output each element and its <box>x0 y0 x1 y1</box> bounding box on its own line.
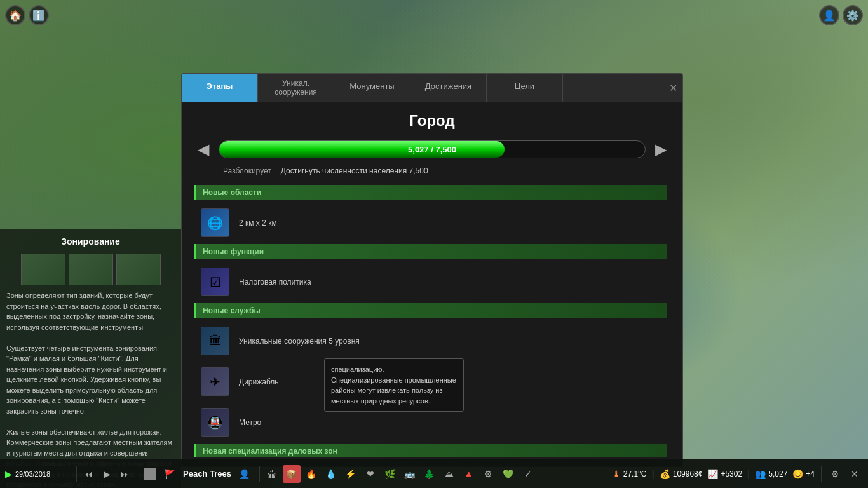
time-section: ▶ 29/03/2018 <box>0 469 76 479</box>
settings-icon[interactable]: ⚙️ <box>843 5 863 25</box>
population-value: 5,027 <box>768 470 787 478</box>
temperature-stat: 🌡 27.1°C <box>612 469 647 479</box>
progress-fill <box>219 141 505 158</box>
home-icon[interactable]: 🏠 <box>5 5 25 25</box>
eco-tool[interactable]: 💚 <box>499 465 517 483</box>
money-stat: 💰 109968¢ <box>660 469 703 479</box>
tooltip-text: специализацию. Специализированные промыш… <box>331 365 456 405</box>
transport-tool[interactable]: 🚌 <box>401 465 419 483</box>
rewind-button[interactable]: ⏮ <box>80 466 97 482</box>
globe-icon: 🌐 <box>201 208 229 237</box>
happiness-value: +4 <box>806 470 815 478</box>
money-value: 109968¢ <box>673 470 703 478</box>
mountain-tool[interactable]: ⛰ <box>440 465 458 483</box>
unlock-label: Разблокирует <box>223 166 271 175</box>
population-icon: 👥 <box>755 469 766 479</box>
section-header-new-services: Новые службы <box>194 303 667 318</box>
tax-policy-label: Налоговая политика <box>239 278 311 287</box>
stat-divider-2: | <box>747 468 750 480</box>
info-tool[interactable]: ⚙ <box>480 465 498 483</box>
happiness-icon: 😊 <box>792 469 803 479</box>
area-size-label: 2 км х 2 км <box>239 219 277 227</box>
list-item: 🏛 Уникальные сооружения 5 уровня <box>194 322 667 360</box>
zoning-text1: Зоны определяют тип зданий, которые буду… <box>6 290 175 332</box>
check-tool[interactable]: ✓ <box>519 465 537 483</box>
temperature-value: 27.1°C <box>623 470 647 478</box>
city-minimap-icon <box>144 468 156 480</box>
metro-icon: 🚇 <box>201 408 229 437</box>
modal-tabs: Этапы Уникал.сооружения Монументы Достиж… <box>182 74 682 102</box>
options-button[interactable]: ⚙ <box>827 466 843 482</box>
zoning-panel: Зонирование Зоны определяют тип зданий, … <box>0 229 181 488</box>
list-item: ☑ Налоговая политика <box>194 262 667 301</box>
tab-achievements[interactable]: Достижения <box>410 74 487 102</box>
exit-button[interactable]: ✕ <box>846 466 863 482</box>
close-button[interactable]: ✕ <box>663 74 682 102</box>
stat-divider-1: | <box>652 468 654 480</box>
fire-tool[interactable]: 🔥 <box>302 465 320 483</box>
progress-label: 5,027 / 7,500 <box>408 145 456 154</box>
zoning-images <box>6 254 175 285</box>
hud-topleft: 🏠 ℹ️ <box>5 5 49 25</box>
bottom-right-controls: ⚙ ✕ <box>821 466 868 482</box>
tab-stages[interactable]: Этапы <box>182 74 258 102</box>
city-title: Город <box>194 112 670 130</box>
temperature-icon: 🌡 <box>612 469 621 479</box>
zone-img-1 <box>21 254 65 285</box>
tab-unique[interactable]: Уникал.сооружения <box>258 74 334 102</box>
play-button[interactable]: ▶ <box>5 469 12 479</box>
zoning-title: Зонирование <box>6 235 175 248</box>
section-header-new-areas: Новые области <box>194 185 667 200</box>
unique-buildings-label: Уникальные сооружения 5 уровня <box>239 337 360 346</box>
tab-monuments[interactable]: Монументы <box>334 74 410 102</box>
city-flag-icon: 🚩 <box>161 466 178 482</box>
progress-area: ◀ 5,027 / 7,500 ▶ <box>194 137 670 161</box>
health-tool[interactable]: ❤ <box>362 465 379 483</box>
airship-label: Дирижабль <box>239 377 279 386</box>
income-value: +5302 <box>721 470 742 478</box>
unlock-description: Достигнуть численности населения 7,500 <box>281 166 428 175</box>
checkbox-icon: ☑ <box>201 268 229 296</box>
money-icon: 💰 <box>660 469 670 479</box>
speed-controls: ⏮ ▶ ⏭ <box>76 466 137 482</box>
hud-topright: 👤 ⚙️ <box>819 5 863 25</box>
tooltip: специализацию. Специализированные промыш… <box>324 358 464 412</box>
triangle-tool[interactable]: 🔺 <box>460 465 478 483</box>
nature-tool[interactable]: 🌿 <box>381 465 399 483</box>
zone-tool[interactable]: 📦 <box>283 465 301 483</box>
prev-stage-button[interactable]: ◀ <box>194 137 212 161</box>
income-icon: 📈 <box>707 469 718 479</box>
stats-section: 🌡 27.1°C | 💰 109968¢ 📈 +5302 | 👥 5,027 😊… <box>606 468 821 480</box>
list-item: 🌐 2 км х 2 км <box>194 203 667 242</box>
info-icon[interactable]: ℹ️ <box>29 5 49 25</box>
section-header-new-features: Новые функции <box>194 244 667 259</box>
metro-label: Метро <box>239 418 261 427</box>
section-header-specialization: Новая специализация деловых зон <box>194 444 667 457</box>
zone-img-2 <box>69 254 113 285</box>
income-stat: 📈 +5302 <box>707 469 742 479</box>
population-progress-bar: 5,027 / 7,500 <box>219 140 646 158</box>
profile-icon[interactable]: 👤 <box>819 5 839 25</box>
city-name-section: 🚩 Peach Trees 👤 <box>137 466 260 482</box>
water-tool[interactable]: 💧 <box>322 465 340 483</box>
game-date: 29/03/2018 <box>15 470 50 478</box>
zoning-text2: Существует четыре инструмента зонировани… <box>6 343 175 417</box>
toolbar-tools: 🛣 📦 🔥 💧 ⚡ ❤ 🌿 🚌 🌲 ⛰ 🔺 ⚙ 💚 ✓ <box>260 465 540 483</box>
airship-icon: ✈ <box>201 367 229 396</box>
modal-content: Город ◀ 5,027 / 7,500 ▶ Разблокирует Дос… <box>182 102 682 466</box>
happiness-stat: 😊 +4 <box>792 469 815 479</box>
zone-img-3 <box>116 254 161 285</box>
speed-2-button[interactable]: ⏭ <box>117 466 133 482</box>
population-stat: 👥 5,027 <box>755 469 787 479</box>
road-tool[interactable]: 🛣 <box>263 465 281 483</box>
power-tool[interactable]: ⚡ <box>342 465 360 483</box>
bottom-toolbar: ▶ 29/03/2018 ⏮ ▶ ⏭ 🚩 Peach Trees 👤 🛣 📦 🔥… <box>0 459 868 488</box>
tree-tool[interactable]: 🌲 <box>421 465 438 483</box>
unique-buildings-icon: 🏛 <box>201 327 229 355</box>
next-stage-button[interactable]: ▶ <box>652 137 670 161</box>
city-name-label: Peach Trees <box>183 469 231 478</box>
population-icon-small: 👤 <box>236 466 253 482</box>
tab-goals[interactable]: Цели <box>487 74 563 102</box>
speed-1-button[interactable]: ▶ <box>98 466 115 482</box>
unlock-items-list: Новые области 🌐 2 км х 2 км Новые функци… <box>194 185 670 457</box>
